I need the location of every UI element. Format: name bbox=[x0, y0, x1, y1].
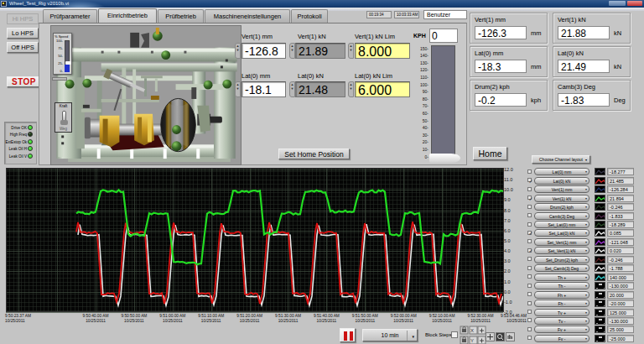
svg-text:Y: Y bbox=[470, 338, 474, 343]
svg-text:X: X bbox=[470, 328, 474, 333]
